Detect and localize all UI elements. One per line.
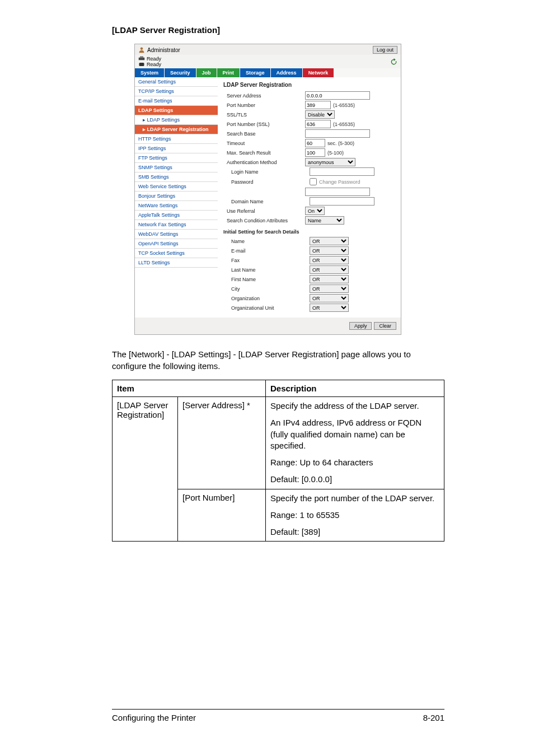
- printer-icon: [138, 56, 145, 62]
- side-lltd[interactable]: LLTD Settings: [135, 258, 218, 268]
- select-orgu[interactable]: OR: [310, 304, 349, 312]
- lbl-port: Port Number: [223, 102, 305, 108]
- isd-title: Initial Setting for Search Details: [223, 229, 395, 235]
- footer-right: 8-201: [423, 713, 444, 722]
- input-portssl[interactable]: [305, 120, 331, 128]
- lbl-sca: Search Condition Attributes: [223, 218, 305, 223]
- chk-change-password[interactable]: [310, 178, 317, 185]
- p-pn-2: Range: 1 to 65535: [270, 510, 439, 521]
- side-websvc[interactable]: Web Service Settings: [135, 182, 218, 192]
- side-email[interactable]: E-mail Settings: [135, 96, 218, 106]
- tab-system[interactable]: System: [135, 68, 165, 77]
- lbl-fax: Fax: [223, 258, 310, 263]
- select-useref[interactable]: On: [305, 207, 325, 215]
- th-item: Item: [113, 380, 266, 397]
- svg-rect-2: [140, 57, 143, 58]
- cell-server-address-desc: Specify the address of the LDAP server. …: [266, 397, 444, 489]
- app-screenshot: Administrator Log out Ready Ready System…: [134, 44, 401, 335]
- select-fax[interactable]: OR: [310, 256, 349, 264]
- side-appletalk[interactable]: AppleTalk Settings: [135, 211, 218, 220]
- tab-security[interactable]: Security: [165, 68, 196, 77]
- apply-button[interactable]: Apply: [349, 322, 372, 330]
- input-timeout[interactable]: [305, 139, 325, 147]
- lbl-ssl: SSL/TLS: [223, 112, 305, 118]
- side-ldap[interactable]: LDAP Settings: [135, 106, 218, 115]
- lbl-domain: Domain Name: [223, 199, 310, 204]
- tab-print[interactable]: Print: [217, 68, 241, 77]
- side-ldap-registration-label: LDAP Server Registration: [147, 127, 209, 132]
- printer-status: Ready: [147, 56, 161, 62]
- lbl-searchbase: Search Base: [223, 131, 305, 137]
- p-sa-1: Specify the address of the LDAP server.: [270, 400, 439, 412]
- side-http[interactable]: HTTP Settings: [135, 134, 218, 144]
- cell-group: [LDAP Server Registration]: [113, 397, 178, 542]
- input-password[interactable]: [305, 188, 370, 196]
- side-ldap-settings[interactable]: ▸ LDAP Settings: [135, 115, 218, 125]
- tab-network[interactable]: Network: [303, 68, 335, 77]
- admin-icon: [138, 46, 145, 53]
- select-emailf[interactable]: OR: [310, 246, 349, 255]
- cell-port: [Port Number]: [178, 489, 266, 542]
- hint-port: (1-65535): [333, 102, 355, 108]
- side-webdav[interactable]: WebDAV Settings: [135, 230, 218, 239]
- side-snmp[interactable]: SNMP Settings: [135, 163, 218, 172]
- spec-table: Item Description [LDAP Server Registrati…: [112, 380, 444, 542]
- hint-portssl: (1-65535): [333, 122, 355, 127]
- select-fname[interactable]: OR: [310, 275, 349, 283]
- refresh-icon[interactable]: [390, 58, 397, 66]
- select-ssl[interactable]: Disable: [305, 110, 335, 119]
- input-login[interactable]: [310, 167, 374, 176]
- select-city[interactable]: OR: [310, 284, 349, 293]
- p-pn-1: Specify the port number of the LDAP serv…: [270, 493, 439, 504]
- select-org[interactable]: OR: [310, 294, 349, 302]
- select-auth[interactable]: anonymous: [305, 158, 355, 166]
- lbl-emailf: E-mail: [223, 248, 310, 254]
- p-sa-4: Default: [0.0.0.0]: [270, 474, 439, 485]
- tab-job[interactable]: Job: [196, 68, 217, 77]
- lbl-org: Organization: [223, 296, 310, 301]
- toner-status: Ready: [147, 62, 161, 67]
- lbl-server-address: Server Address: [223, 93, 305, 99]
- hint-max: (5-100): [327, 150, 344, 156]
- lbl-lname: Last Name: [223, 267, 310, 273]
- input-searchbase[interactable]: [305, 129, 370, 138]
- svg-point-0: [140, 48, 143, 50]
- p-pn-3: Default: [389]: [270, 526, 439, 538]
- select-name[interactable]: OR: [310, 237, 349, 245]
- cell-port-desc: Specify the port number of the LDAP serv…: [266, 489, 444, 542]
- side-ipp[interactable]: IPP Settings: [135, 144, 218, 153]
- p-sa-2: An IPv4 address, IPv6 address or FQDN (f…: [270, 417, 439, 451]
- side-netware[interactable]: NetWare Settings: [135, 201, 218, 211]
- footer-left: Configuring the Printer: [112, 713, 196, 722]
- side-openapi[interactable]: OpenAPI Settings: [135, 239, 218, 249]
- side-smb[interactable]: SMB Settings: [135, 172, 218, 182]
- lbl-orgu: Organizational Unit: [223, 305, 310, 311]
- hint-timeout: sec. (5-300): [327, 141, 354, 146]
- lead-text: The [Network] - [LDAP Settings] - [LDAP …: [112, 348, 444, 372]
- side-ftp[interactable]: FTP Settings: [135, 153, 218, 163]
- side-bonjour[interactable]: Bonjour Settings: [135, 192, 218, 201]
- form-title: LDAP Server Registration: [223, 82, 395, 88]
- lbl-change-password: Change Password: [319, 179, 360, 185]
- th-desc: Description: [266, 380, 444, 397]
- clear-button[interactable]: Clear: [374, 322, 396, 330]
- side-netfax[interactable]: Network Fax Settings: [135, 220, 218, 230]
- logout-button[interactable]: Log out: [373, 46, 397, 54]
- side-tcpsock[interactable]: TCP Socket Settings: [135, 249, 218, 258]
- side-ldap-registration[interactable]: ▸ LDAP Server Registration: [135, 125, 218, 134]
- select-sca[interactable]: Name: [305, 216, 344, 225]
- lbl-password: Password: [223, 179, 310, 185]
- input-server-address[interactable]: [305, 91, 370, 100]
- tab-storage[interactable]: Storage: [240, 68, 271, 77]
- lbl-login: Login Name: [223, 169, 310, 175]
- lbl-timeout: Timeout: [223, 141, 305, 146]
- lbl-name: Name: [223, 239, 310, 244]
- input-port[interactable]: [305, 101, 331, 109]
- input-max[interactable]: [305, 148, 325, 157]
- lbl-portssl: Port Number (SSL): [223, 122, 305, 127]
- input-domain[interactable]: [310, 197, 374, 206]
- select-lname[interactable]: OR: [310, 265, 349, 274]
- side-general[interactable]: General Settings: [135, 77, 218, 87]
- side-tcpip[interactable]: TCP/IP Settings: [135, 87, 218, 96]
- tab-address[interactable]: Address: [271, 68, 303, 77]
